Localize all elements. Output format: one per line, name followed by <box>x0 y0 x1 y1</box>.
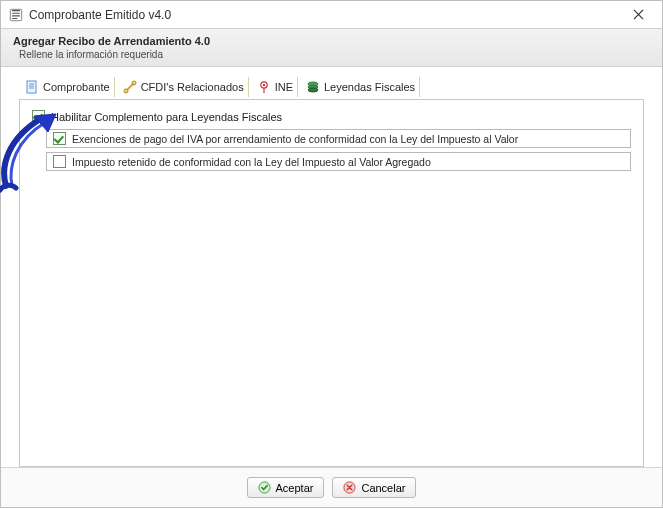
leyenda-checkbox-1[interactable] <box>53 155 66 168</box>
tab-label: Leyendas Fiscales <box>324 81 415 93</box>
header-band: Agregar Recibo de Arrendamiento 4.0 Rell… <box>1 29 662 67</box>
window: Comprobante Emitido v4.0 Agregar Recibo … <box>0 0 663 508</box>
cancel-button[interactable]: Cancelar <box>332 477 416 498</box>
pin-icon <box>257 80 271 94</box>
tab-strip: Comprobante CFDI's Relacionados INE Leye… <box>19 77 644 97</box>
tab-ine[interactable]: INE <box>255 77 298 97</box>
tab-cfdi-relacionados[interactable]: CFDI's Relacionados <box>121 77 249 97</box>
accept-button[interactable]: Aceptar <box>247 477 325 498</box>
svg-point-5 <box>262 84 264 86</box>
tab-label: Comprobante <box>43 81 110 93</box>
leyenda-row: Impuesto retenido de conformidad con la … <box>46 152 631 171</box>
link-icon <box>123 80 137 94</box>
accept-label: Aceptar <box>276 482 314 494</box>
svg-point-8 <box>308 88 318 92</box>
app-icon <box>9 8 23 22</box>
document-icon <box>25 80 39 94</box>
stack-icon <box>306 80 320 94</box>
leyenda-text: Impuesto retenido de conformidad con la … <box>72 156 431 168</box>
titlebar: Comprobante Emitido v4.0 <box>1 1 662 29</box>
page-hint: Rellene la información requerida <box>13 49 650 60</box>
footer-bar: Aceptar Cancelar <box>1 467 662 507</box>
check-circle-icon <box>258 481 271 494</box>
page-subtitle: Agregar Recibo de Arrendamiento 4.0 <box>13 35 650 47</box>
leyenda-row: Exenciones de pago del IVA por arrendami… <box>46 129 631 148</box>
svg-point-3 <box>132 81 136 85</box>
cancel-circle-icon <box>343 481 356 494</box>
tab-leyendas-fiscales[interactable]: Leyendas Fiscales <box>304 77 420 97</box>
enable-complemento-row: Habilitar Complemento para Leyendas Fisc… <box>32 110 631 123</box>
leyenda-checkbox-0[interactable] <box>53 132 66 145</box>
body-area: Comprobante CFDI's Relacionados INE Leye… <box>1 67 662 467</box>
svg-rect-1 <box>27 81 36 93</box>
leyendas-panel: Habilitar Complemento para Leyendas Fisc… <box>19 99 644 467</box>
window-title: Comprobante Emitido v4.0 <box>29 8 620 22</box>
tab-label: CFDI's Relacionados <box>141 81 244 93</box>
svg-point-2 <box>124 89 128 93</box>
close-button[interactable] <box>620 4 656 26</box>
leyenda-text: Exenciones de pago del IVA por arrendami… <box>72 133 518 145</box>
enable-complemento-label: Habilitar Complemento para Leyendas Fisc… <box>51 111 282 123</box>
tab-comprobante[interactable]: Comprobante <box>23 77 115 97</box>
tab-label: INE <box>275 81 293 93</box>
cancel-label: Cancelar <box>361 482 405 494</box>
enable-complemento-checkbox[interactable] <box>32 110 45 123</box>
